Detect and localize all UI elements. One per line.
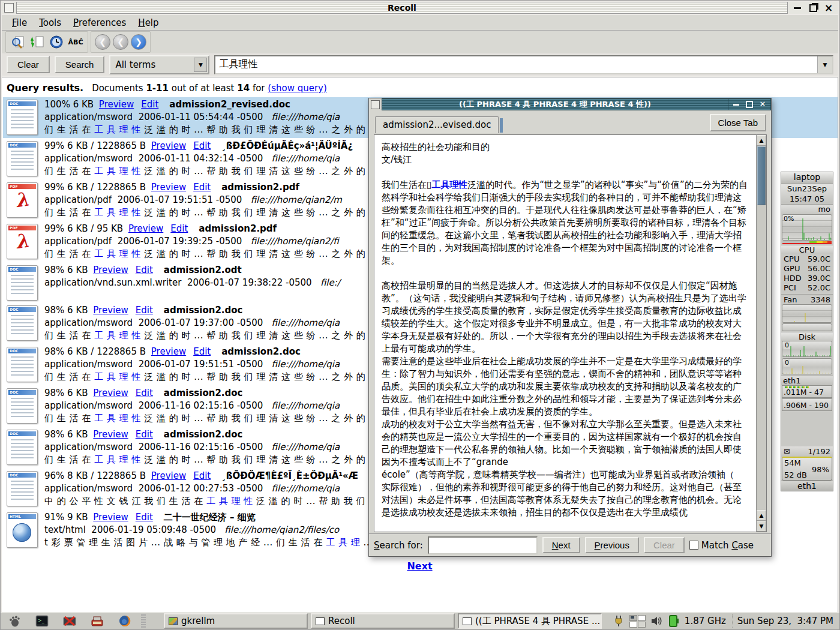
scroll-up2-icon[interactable]: ▲	[757, 510, 766, 521]
preview-close-button[interactable]: ✕	[758, 100, 767, 109]
gkrellm-clock[interactable]: Sun23Sep 15:47 05	[781, 184, 833, 205]
preview-link[interactable]: Preview	[151, 182, 186, 193]
result-snippet: t 彩 票 管 理 生 活 图 片 ... 战 略 与 管 理 地 产 经 ..…	[44, 536, 373, 549]
preview-link[interactable]: Preview	[151, 470, 186, 481]
spellcheck-icon[interactable]: ÅBĈ	[67, 34, 84, 50]
preview-link[interactable]: Preview	[128, 223, 163, 234]
preview-link[interactable]: Preview	[151, 140, 186, 151]
net-rx-readout: .011M - 47	[782, 385, 832, 398]
prev-page-icon[interactable]: ❮	[113, 34, 128, 50]
edit-link[interactable]: Edit	[193, 140, 211, 151]
menu-preferences[interactable]: Preferences	[68, 16, 131, 29]
result-url: file:///home/qia	[272, 483, 340, 494]
taskbar-task[interactable]: Recoll	[311, 613, 455, 629]
terminal-icon[interactable]: >_	[35, 614, 49, 628]
preview-link[interactable]: Preview	[93, 429, 128, 440]
scrollbar-track[interactable]	[757, 206, 766, 510]
menu-tools[interactable]: Tools	[34, 16, 67, 29]
edit-link[interactable]: Edit	[136, 388, 153, 398]
preview-search-input[interactable]	[428, 536, 538, 554]
preview-window-menu-icon[interactable]	[371, 100, 380, 109]
disk-write-chart[interactable]: 0	[782, 358, 832, 374]
eth1-panel-label[interactable]: eth1	[781, 376, 833, 385]
minimize-button[interactable]	[793, 3, 802, 13]
preview-maximize-button[interactable]	[745, 100, 754, 109]
scroll-down-icon[interactable]: ▼	[757, 521, 766, 532]
window-menu-icon[interactable]	[4, 3, 14, 13]
menu-help[interactable]: Help	[133, 16, 164, 29]
search-button[interactable]: Search	[55, 56, 105, 73]
edit-link[interactable]: Edit	[141, 99, 158, 110]
menu-file[interactable]: File	[7, 16, 32, 29]
result-body: 100% 6 KB PreviewEditadmission2_revised.…	[44, 98, 365, 136]
result-filename: admission2.doc	[164, 429, 243, 440]
gkrellm-date: Sun23Sep	[781, 184, 833, 194]
speaker-icon[interactable]	[650, 614, 663, 628]
result-relevance-size: 99% 6 KB / 1228865 B	[44, 140, 149, 151]
taskbar-task[interactable]: gkrellm	[164, 613, 308, 629]
preview-previous-button[interactable]: Previous	[585, 537, 639, 553]
edit-link[interactable]: Edit	[193, 182, 211, 193]
firefox-icon[interactable]	[118, 614, 131, 628]
result-line2: application/msword 2006-01-11 04:32:14 -…	[44, 152, 365, 165]
preview-link[interactable]: Preview	[93, 388, 128, 398]
gnome-foot-icon[interactable]	[8, 614, 21, 628]
first-page-icon[interactable]: ❮	[95, 34, 110, 50]
edit-link[interactable]: Edit	[170, 223, 188, 234]
history-clock-icon[interactable]	[48, 34, 65, 50]
preview-link[interactable]: Preview	[93, 265, 128, 275]
close-button[interactable]: ×	[824, 3, 833, 13]
maximize-button[interactable]	[808, 3, 818, 13]
preview-tab[interactable]: admission2...evised.doc	[375, 116, 499, 133]
next-page-link[interactable]: Next	[407, 560, 432, 572]
cpu-usage-chart[interactable]: 0%	[782, 214, 832, 241]
preview-link[interactable]: Preview	[151, 346, 186, 357]
edit-link[interactable]: Edit	[136, 429, 153, 440]
search-mode-select[interactable]: All terms ▼	[109, 55, 209, 74]
title-bar[interactable]: Recoll ×	[2, 2, 838, 14]
result-mime-date: application/msword 2006-01-07 19:51:51 -…	[44, 359, 272, 370]
match-case-checkbox[interactable]	[689, 541, 698, 550]
preview-title-bar[interactable]: ((工 PHRASE 4 具 PHRASE 4 理 PHRASE 4 性)) ✕	[369, 98, 771, 110]
sort-icon[interactable]	[29, 34, 46, 50]
toolbar-group-nav: ❮ ❮ ❯	[91, 31, 151, 53]
result-line2: application/vnd.sun.xml.writer 2006-01-0…	[44, 277, 340, 289]
cpu-frequency-icon[interactable]	[667, 614, 680, 628]
preview-document-text[interactable]: 高校招生的社会功能和目的 文/钱江我们生活在▯工具理性泛滥的时代。作为“世之显学…	[374, 135, 756, 532]
fan-chart[interactable]	[782, 304, 832, 323]
edit-link[interactable]: Edit	[136, 512, 153, 523]
edit-link[interactable]: Edit	[193, 470, 211, 481]
taskbar-handle[interactable]	[141, 614, 146, 628]
next-page-icon[interactable]: ❯	[131, 34, 146, 50]
memory-percent: 98%	[812, 465, 829, 474]
advanced-search-icon[interactable]	[10, 34, 26, 50]
taskbar-clock[interactable]: Sun Sep 23, 3:47 PM	[732, 614, 839, 628]
keyboard-lock-icon[interactable]	[63, 614, 76, 628]
scroll-up-icon[interactable]: ▲	[757, 135, 766, 146]
search-input[interactable]	[215, 56, 817, 73]
query-history-dropdown-icon[interactable]: ▼	[817, 56, 832, 73]
mail-readout[interactable]: ✉ 1/192	[781, 446, 833, 457]
cpu-load-label: 0%	[784, 215, 794, 223]
preview-next-button[interactable]: Next	[542, 537, 580, 553]
disk-read-chart[interactable]: 0	[782, 341, 832, 357]
scrollbar-thumb[interactable]	[757, 146, 766, 205]
power-plug-icon[interactable]	[612, 614, 625, 628]
memory-meter[interactable]: 54M 98% 52 dB	[782, 457, 832, 481]
preview-link[interactable]: Preview	[93, 305, 128, 316]
preview-minimize-button[interactable]	[732, 100, 740, 109]
edit-link[interactable]: Edit	[136, 265, 153, 275]
typewriter-icon[interactable]	[91, 614, 104, 628]
preview-clear-button[interactable]: Clear	[644, 537, 685, 553]
preview-link[interactable]: Preview	[93, 512, 128, 523]
edit-link[interactable]: Edit	[136, 305, 153, 316]
close-tab-button[interactable]: Close Tab	[710, 114, 766, 131]
taskbar-task[interactable]: ((工 PHRASE 4 具 PHRASE ...	[458, 613, 602, 629]
net-tx-value: .906M - 190	[784, 401, 829, 410]
workspace-pager[interactable]	[629, 615, 646, 628]
preview-link[interactable]: Preview	[99, 99, 134, 110]
clear-button[interactable]: Clear	[7, 56, 50, 73]
edit-link[interactable]: Edit	[193, 346, 211, 357]
show-query-link[interactable]: (show query)	[268, 83, 327, 94]
match-case-option[interactable]: Match Case	[689, 540, 754, 551]
